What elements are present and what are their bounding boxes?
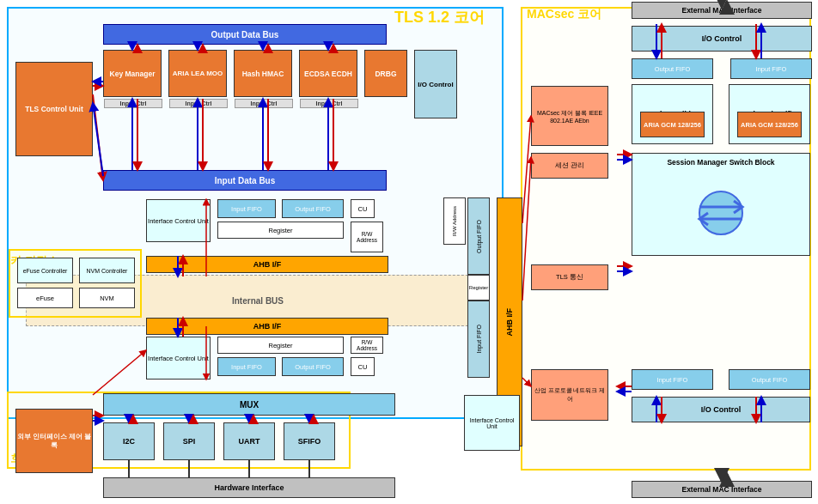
output-fifo-vertical: Output FIFO xyxy=(467,197,490,275)
input-fifo-vertical: Input FIFO xyxy=(467,301,490,378)
input-fifo-bottom: Input FIFO xyxy=(217,357,276,376)
efuse: eFuse xyxy=(17,288,73,308)
iface-ctrl-top: Interface Control Unit xyxy=(146,199,211,242)
input-fifo-top: Input FIFO xyxy=(217,199,276,218)
efuse-ctrl: eFuse Controller xyxy=(17,258,73,283)
nvm-ctrl: NVM Controller xyxy=(79,258,135,283)
session-switch: Session Manager Switch Block xyxy=(632,153,810,256)
ahb-if-top: AHB I/F xyxy=(146,256,388,273)
rw-addr-top: R/W Address xyxy=(351,222,383,252)
diagram-container: TLS 1.2 코어 MACsec 코어 Output Data Bus TLS… xyxy=(0,0,818,504)
industry-proto: 산업 프로토콜 네트워크 제어 xyxy=(531,369,608,421)
ext-mac-bot: External MAC Interface xyxy=(632,481,812,498)
io-control-tls: I/O Control xyxy=(414,50,457,118)
spi: SPI xyxy=(163,422,215,460)
output-fifo-mac: Output FIFO xyxy=(632,58,713,79)
switch-icon xyxy=(687,190,755,237)
ahb-if-bottom: AHB I/F xyxy=(146,318,388,335)
aria-input-ctrl: Input Ctrl xyxy=(169,99,228,108)
rw-addr-bottom: R/W Address xyxy=(351,337,383,354)
ext-mac-top: External MAC Interface xyxy=(632,2,812,19)
sfifo: SFIFO xyxy=(284,422,335,460)
input-data-bus: Input Data Bus xyxy=(103,170,387,191)
hash-hmac: Hash HMAC Input Ctrl xyxy=(234,50,292,97)
register-vertical: Register xyxy=(467,275,490,301)
io-ctrl-mac-bot: I/O Control xyxy=(632,397,810,422)
rw-addr-vertical: R/W Address xyxy=(443,197,466,245)
key-manager-input-ctrl: Input Ctrl xyxy=(104,99,162,108)
macsec-core-label: MACsec 코어 xyxy=(527,7,601,22)
hash-input-ctrl: Input Ctrl xyxy=(235,99,293,108)
input-fifo-mac: Input FIFO xyxy=(730,58,812,79)
mux: MUX xyxy=(103,393,395,416)
hw-interface: Hardware Interface xyxy=(103,477,395,498)
tls-comm: TLS 통신 xyxy=(531,264,608,290)
iface-ctrl-bottom: Interface Control Unit xyxy=(146,337,211,380)
output-fifo-top: Output FIFO xyxy=(282,199,344,218)
macsec-ctrl-block: MACsec 제어 블록 IEEE 802.1AE AEbn xyxy=(531,86,608,146)
register-bottom: Register xyxy=(217,337,344,354)
i2c: I2C xyxy=(103,422,155,460)
drbg: DRBG xyxy=(364,50,407,97)
cu-bottom: CU xyxy=(351,357,375,376)
cu-top: CU xyxy=(351,199,375,218)
output-fifo-mac-bot: Output FIFO xyxy=(729,369,810,390)
tls-core-label: TLS 1.2 코어 xyxy=(394,7,485,27)
aria-gcm-packet-builder: ARIA GCM 128/256 xyxy=(640,112,705,137)
nvm: NVM xyxy=(79,288,135,308)
aria-lea-moo: ARIA LEA MOO Input Ctrl xyxy=(168,50,227,97)
output-fifo-bottom: Output FIFO xyxy=(282,357,344,376)
register-top: Register xyxy=(217,222,344,239)
input-fifo-mac-bot: Input FIFO xyxy=(632,369,713,390)
aria-gcm-packet-classifier: ARIA GCM 128/256 xyxy=(737,112,802,137)
ecdsa-ecdh: ECDSA ECDH Input Ctrl xyxy=(299,50,357,97)
ecdsa-input-ctrl: Input Ctrl xyxy=(300,99,358,108)
io-ctrl-mac-top: I/O Control xyxy=(632,26,812,52)
uart: UART xyxy=(223,422,275,460)
tls-control-unit: TLS Control Unit xyxy=(15,62,93,156)
iface-ctrl-mac: Interface Control Unit xyxy=(464,395,520,451)
session-mgmt: 세션 관리 xyxy=(531,153,608,179)
key-manager: Key Manager Input Ctrl xyxy=(103,50,162,97)
ext-iface-ctrl: 외부 인터페이스 제어 블록 xyxy=(15,409,93,473)
output-data-bus: Output Data Bus xyxy=(103,24,387,45)
